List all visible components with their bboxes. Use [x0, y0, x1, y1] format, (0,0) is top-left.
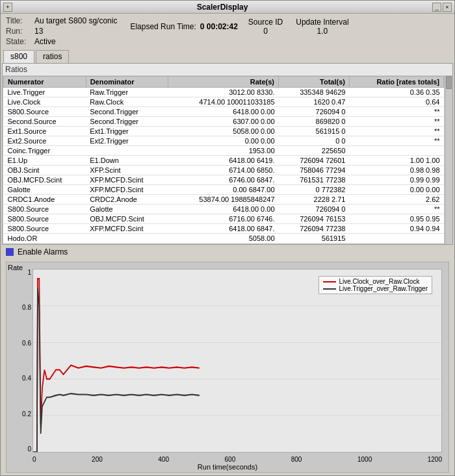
alarm-indicator [6, 248, 14, 256]
cell-rate: 53874.00 19885848247 [168, 195, 279, 205]
minimize-button[interactable]: _ [432, 3, 441, 12]
tab-ratios[interactable]: ratios [36, 50, 69, 63]
table-row: OBJ.MCFD.ScintXFP.MCFD.Scint6746.00 6847… [4, 175, 444, 185]
cell-denominator: XFP.MCFD.Scint [86, 185, 168, 195]
cell-total: 726094 0 [279, 205, 350, 214]
state-row: State: Active [6, 37, 117, 46]
cell-total: 726094 72601 [279, 156, 350, 166]
cell-numerator: 10Hz [4, 244, 86, 245]
cell-denominator: 1Hz [86, 244, 168, 245]
x-axis-title: Run time(seconds) [198, 463, 257, 471]
source-id-label: Source ID [248, 18, 283, 27]
cell-numerator: OBJ.Scint [4, 166, 86, 175]
col-header-total: Total(s) [279, 77, 350, 88]
cell-total: 726094 0 [279, 107, 350, 117]
cell-total: 726094 77238 [279, 224, 350, 234]
cell-total: 726094 76153 [279, 214, 350, 224]
cell-rate: 4714.00 100011033185 [168, 97, 279, 107]
cell-rate: 6418.00 6419. [168, 156, 279, 166]
table-row: Ext2.SourceExt2.Trigger0.00 0.000 0** [4, 136, 444, 146]
col-header-ratio: Ratio [rates totals] [349, 77, 443, 88]
table-row: S800.SourceOBJ.MCFD.Scint6716.00 6746.72… [4, 214, 444, 224]
cell-denominator: Galotte [86, 205, 168, 214]
update-interval-col: Update Interval 1.0 [296, 18, 348, 36]
tabs-bar: s800 ratios [1, 49, 454, 63]
scrollbar-thumb[interactable] [446, 76, 452, 89]
close-button[interactable]: + [3, 3, 12, 12]
elapsed-value: 0 00:02:42 [200, 22, 238, 31]
legend-label-clock: Live.Clock_over_Raw.Clock [339, 278, 419, 285]
cell-ratio: 0.94 0.94 [349, 224, 443, 234]
tab-s800[interactable]: s800 [3, 50, 34, 63]
cell-ratio: 0.95 0.95 [349, 214, 443, 224]
chart-svg [33, 269, 441, 452]
cell-numerator: Live.Trigger [4, 88, 86, 97]
cell-numerator: E1.Up [4, 156, 86, 166]
cell-denominator [86, 234, 168, 244]
cell-numerator: Live.Clock [4, 97, 86, 107]
cell-rate: 10.00 1.00 [168, 244, 279, 245]
chart-canvas: 1 0.8 0.6 0.4 0.2 0 Rate [6, 262, 449, 473]
cell-numerator: Galotte [4, 185, 86, 195]
cell-numerator: Hodo.OR [4, 234, 86, 244]
col-header-numerator: Numerator [4, 77, 86, 88]
ratios-section: Ratios Numerator Denominator Rate(s) Tot… [2, 63, 453, 245]
table-row: Coinc.Trigger1953.00225650 [4, 146, 444, 156]
cell-rate: 1953.00 [168, 146, 279, 156]
cell-numerator: S800.Source [4, 224, 86, 234]
cell-rate: 6746.00 6847. [168, 175, 279, 185]
title-label: Title: [6, 16, 32, 25]
cell-total: 561915 [279, 234, 350, 244]
enable-alarms-label: Enable Alarms [18, 247, 68, 257]
cell-numerator: Ext2.Source [4, 136, 86, 146]
cell-ratio: 10.00 10.00 [349, 244, 443, 245]
cell-rate: 3012.00 8330. [168, 88, 279, 97]
state-value: Active [34, 37, 56, 46]
table-row: Live.ClockRaw.Clock4714.00 1000110331851… [4, 97, 444, 107]
cell-denominator: E1.Down [86, 156, 168, 166]
cell-rate: 0.00 0.00 [168, 136, 279, 146]
cell-ratio: 0.36 0.35 [349, 88, 443, 97]
cell-ratio: 0.98 0.98 [349, 166, 443, 175]
cell-ratio: 0.99 0.99 [349, 175, 443, 185]
scrollbar[interactable] [445, 75, 452, 244]
cell-total: 1620 0.47 [279, 97, 350, 107]
col-header-denominator: Denominator [86, 77, 168, 88]
maximize-button[interactable]: × [443, 3, 452, 12]
table-row: Second.SourceSecond.Trigger6307.00 0.008… [4, 117, 444, 127]
cell-denominator: Second.Trigger [86, 107, 168, 117]
cell-denominator: Raw.Clock [86, 97, 168, 107]
table-container[interactable]: Numerator Denominator Rate(s) Total(s) R… [3, 75, 445, 244]
table-row: S800.SourceSecond.Trigger6418.00 0.00726… [4, 107, 444, 117]
table-row: OBJ.ScintXFP.Scint6714.00 6850.758046 77… [4, 166, 444, 175]
update-interval-value: 1.0 [317, 27, 328, 36]
elapsed-section: Elapsed Run Time: 0 00:02:42 Source ID 0… [130, 18, 348, 36]
cell-rate: 5058.00 [168, 234, 279, 244]
ratios-label: Ratios [3, 64, 452, 75]
cell-ratio: ** [349, 136, 443, 146]
table-row: S800.SourceGalotte6418.00 0.00726094 0** [4, 205, 444, 214]
table-body: Live.TriggerRaw.Trigger3012.00 8330.3353… [4, 88, 444, 245]
cell-denominator: XFP.MCFD.Scint [86, 224, 168, 234]
cell-numerator: CRDC1.Anode [4, 195, 86, 205]
legend-item-clock: Live.Clock_over_Raw.Clock [323, 278, 428, 285]
legend-line-black [323, 288, 336, 290]
enable-alarms: Enable Alarms [1, 245, 454, 259]
cell-ratio [349, 146, 443, 156]
col-header-rate: Rate(s) [168, 77, 279, 88]
cell-denominator: XFP.Scint [86, 166, 168, 175]
cell-total: 225650 [279, 146, 350, 156]
table-row: GalotteXFP.MCFD.Scint0.00 6847.000 77238… [4, 185, 444, 195]
cell-total: 869820 0 [279, 117, 350, 127]
window-title: ScalerDisplay [197, 3, 248, 12]
cell-ratio: ** [349, 107, 443, 117]
cell-ratio: 2.62 [349, 195, 443, 205]
y-axis-title: Rate [8, 264, 23, 271]
title-bar: + ScalerDisplay _ × [1, 1, 454, 14]
cell-rate: 5058.00 0.00 [168, 127, 279, 136]
run-row: Run: 13 [6, 27, 117, 36]
table-row: CRDC1.AnodeCRDC2.Anode53874.00 198858482… [4, 195, 444, 205]
y-axis-labels: 1 0.8 0.6 0.4 0.2 0 [8, 269, 31, 453]
legend-label-trigger: Live.Trigger_over_Raw.Trigger [339, 285, 428, 292]
cell-ratio: ** [349, 127, 443, 136]
